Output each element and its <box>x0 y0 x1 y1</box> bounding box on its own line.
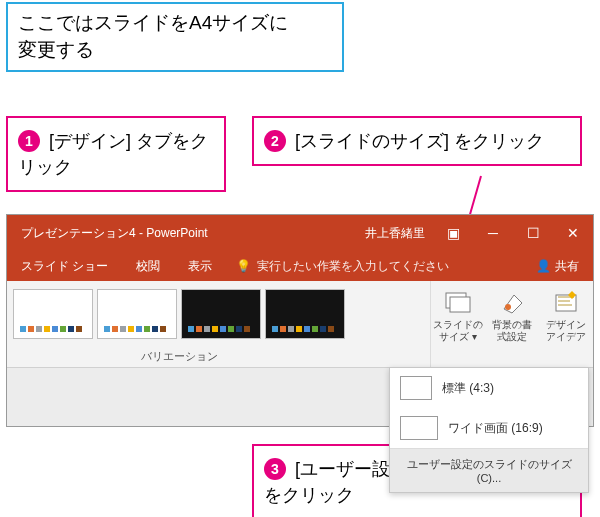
variation-thumb[interactable] <box>265 289 345 339</box>
callout-step-1: 1 [デザイン] タブをクリック <box>6 116 226 192</box>
search-placeholder: 実行したい作業を入力してください <box>257 258 449 275</box>
slide-size-icon <box>443 287 473 317</box>
tip-line1: ここではスライドをA4サイズに <box>18 12 288 33</box>
powerpoint-window: プレゼンテーション4 - PowerPoint 井上香緒里 ▣ ─ ☐ ✕ スラ… <box>6 214 594 427</box>
callout-step-2: 2 [スライドのサイズ] をクリック <box>252 116 582 166</box>
design-ideas-button[interactable]: デザインアイデア <box>539 281 593 367</box>
slide-size-button[interactable]: スライドのサイズ ▾ <box>431 281 485 367</box>
tip-line2: 変更する <box>18 39 94 60</box>
aspect-16-9-icon <box>400 416 438 440</box>
aspect-4-3-icon <box>400 376 432 400</box>
tab-view[interactable]: 表示 <box>174 251 226 281</box>
ribbon-tabs: スライド ショー 校閲 表示 💡 実行したい作業を入力してください 👤 共有 <box>7 251 593 281</box>
tip-box: ここではスライドをA4サイズに 変更する <box>6 2 344 72</box>
slide-size-dropdown: 標準 (4:3) ワイド画面 (16:9) ユーザー設定のスライドのサイズ(C)… <box>389 367 589 493</box>
minimize-icon[interactable]: ─ <box>473 225 513 241</box>
variation-thumb[interactable] <box>97 289 177 339</box>
dd-label: 標準 (4:3) <box>442 380 494 397</box>
format-background-button[interactable]: 背景の書式設定 <box>485 281 539 367</box>
window-title: プレゼンテーション4 - PowerPoint <box>7 225 208 242</box>
ribbon-display-options-icon[interactable]: ▣ <box>433 225 473 241</box>
share-button[interactable]: 👤 共有 <box>522 258 593 275</box>
user-name: 井上香緒里 <box>357 225 433 242</box>
slide-size-standard[interactable]: 標準 (4:3) <box>390 368 588 408</box>
design-ideas-icon <box>551 287 581 317</box>
svg-point-2 <box>505 304 511 310</box>
callout-text: [スライドのサイズ] をクリック <box>290 131 544 151</box>
callout-number: 3 <box>264 458 286 480</box>
variation-thumb[interactable] <box>13 289 93 339</box>
svg-rect-1 <box>450 297 470 312</box>
share-icon: 👤 <box>536 259 551 273</box>
lightbulb-icon: 💡 <box>236 259 251 273</box>
tell-me-search[interactable]: 💡 実行したい作業を入力してください <box>226 258 449 275</box>
tab-slideshow[interactable]: スライド ショー <box>7 251 122 281</box>
customize-group: スライドのサイズ ▾ 背景の書式設定 デザインアイデア <box>430 281 593 367</box>
title-bar: プレゼンテーション4 - PowerPoint 井上香緒里 ▣ ─ ☐ ✕ <box>7 215 593 251</box>
slide-size-custom[interactable]: ユーザー設定のスライドのサイズ(C)... <box>390 448 588 492</box>
variation-thumb[interactable] <box>181 289 261 339</box>
share-label: 共有 <box>555 258 579 275</box>
slide-size-widescreen[interactable]: ワイド画面 (16:9) <box>390 408 588 448</box>
dd-label: ワイド画面 (16:9) <box>448 420 543 437</box>
callout-text: [デザイン] タブをクリック <box>18 131 208 177</box>
ribbon-body: バリエーション スライドのサイズ ▾ 背景の書式設定 <box>7 281 593 368</box>
close-icon[interactable]: ✕ <box>553 225 593 241</box>
variations-label: バリエーション <box>141 341 218 368</box>
tab-review[interactable]: 校閲 <box>122 251 174 281</box>
dd-label: ユーザー設定のスライドのサイズ(C)... <box>407 458 572 484</box>
callout-number: 2 <box>264 130 286 152</box>
callout-number: 1 <box>18 130 40 152</box>
format-background-icon <box>497 287 527 317</box>
maximize-icon[interactable]: ☐ <box>513 225 553 241</box>
variations-group: バリエーション <box>7 281 351 367</box>
